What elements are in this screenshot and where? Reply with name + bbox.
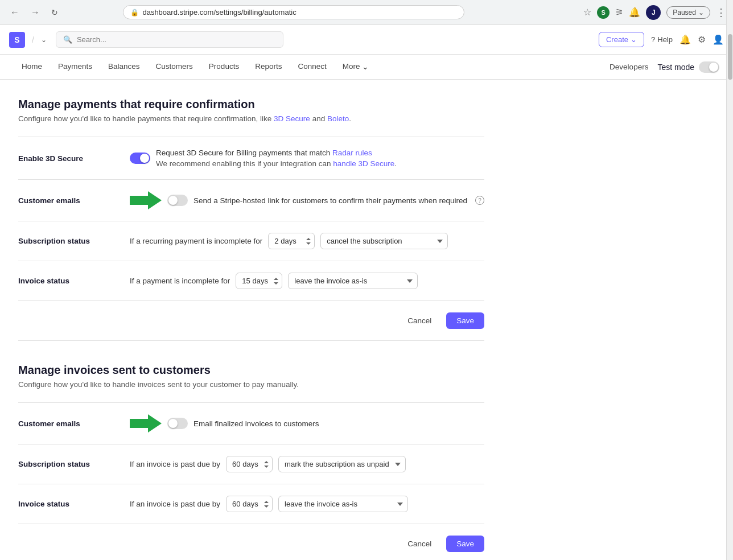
sidebar-item-connect[interactable]: Connect [290, 55, 334, 79]
chevron-down-icon: ⌄ [362, 62, 369, 71]
create-label: Create [606, 35, 628, 44]
section1-desc-between: and [310, 114, 327, 123]
action-select-sub-2[interactable]: cancel the subscription mark the subscri… [278, 456, 406, 472]
main-nav: Home Payments Balances Customers Product… [0, 55, 733, 80]
section2-title: Manage invoices sent to customers [18, 364, 484, 377]
developers-link[interactable]: Developers [610, 63, 648, 71]
paused-badge[interactable]: Paused ⌄ [666, 6, 710, 19]
test-mode-label: Test mode [657, 63, 694, 72]
row-text-3d-secure: Request 3D Secure for Billing payments t… [156, 149, 397, 157]
label-subscription-status-2: Subscription status [18, 460, 121, 468]
forward-button[interactable]: → [27, 5, 43, 20]
sidebar-item-customers[interactable]: Customers [148, 55, 201, 79]
control-subscription-status-1: If a recurring payment is incomplete for… [130, 233, 484, 249]
save-button-1[interactable]: Save [446, 312, 484, 329]
radar-rules-link[interactable]: Radar rules [332, 149, 372, 157]
toolbar-right: Create ⌄ ? Help 🔔 ⚙ 👤 [599, 32, 724, 47]
settings-gear-icon[interactable]: ⚙ [698, 34, 706, 45]
days-select-inv-2[interactable]: 30 days 60 days 90 days [226, 496, 273, 512]
days-select-inv-1[interactable]: 1 day 2 days 3 days 5 days 7 days 15 day… [236, 273, 282, 289]
green-arrow-icon-2 [130, 414, 162, 433]
main-content: Manage payments that require confirmatio… [0, 80, 503, 560]
bookmark-icon[interactable]: ☆ [583, 7, 591, 18]
user-icon[interactable]: 👤 [713, 34, 724, 45]
stripe-logo: S [9, 32, 25, 48]
info-icon-1[interactable]: ? [475, 196, 484, 205]
label-customer-emails-2: Customer emails [18, 419, 121, 428]
buttons-row-1: Cancel Save [18, 301, 484, 341]
3d-secure-link[interactable]: 3D Secure [274, 114, 310, 123]
sidebar-item-reports[interactable]: Reports [247, 55, 290, 79]
action-select-inv-1[interactable]: leave the invoice as-is mark the invoice… [288, 273, 418, 289]
row-subscription-status-1: Subscription status If a recurring payme… [18, 221, 484, 261]
notifications-bell-icon[interactable]: 🔔 [680, 34, 691, 45]
extension-icon[interactable]: S [597, 6, 610, 19]
text-prefix-inv-2: If an invoice is past due by [130, 500, 220, 508]
section1-desc-text: Configure how you'd like to handle payme… [18, 114, 274, 123]
search-input[interactable] [77, 35, 276, 44]
toggle-customer-emails-1[interactable] [167, 195, 188, 206]
account-dropdown[interactable]: ⌄ [41, 36, 47, 44]
text-customer-emails-1: Send a Stripe-hosted link for customers … [193, 196, 467, 205]
nav-items: Home Payments Balances Customers Product… [14, 55, 377, 79]
sidebar-item-home[interactable]: Home [14, 55, 50, 79]
chevron-down-icon: ⌄ [698, 9, 704, 17]
svg-marker-0 [130, 191, 162, 209]
cancel-button-2[interactable]: Cancel [400, 536, 439, 552]
help-button[interactable]: ? Help [651, 35, 673, 44]
section1-desc: Configure how you'd like to handle payme… [18, 114, 484, 123]
control-invoice-status-1: If a payment is incomplete for 1 day 2 d… [130, 273, 484, 289]
scrollbar-thumb[interactable] [728, 34, 732, 80]
nav-right: Developers Test mode [610, 61, 719, 73]
avatar-button[interactable]: J [646, 5, 661, 20]
create-button[interactable]: Create ⌄ [599, 32, 644, 47]
address-bar[interactable]: 🔒 dashboard.stripe.com/settings/billing/… [123, 5, 464, 19]
settings-table-2: Customer emails Email finalized invoices… [18, 402, 484, 524]
text-customer-emails-2: Email finalized invoices to customers [193, 419, 319, 428]
row-invoice-status-2: Invoice status If an invoice is past due… [18, 484, 484, 524]
sidebar-item-products[interactable]: Products [201, 55, 247, 79]
menu-dots-icon[interactable]: ⋮ [716, 6, 726, 19]
test-mode-switch[interactable] [699, 61, 719, 73]
url-text: dashboard.stripe.com/settings/billing/au… [142, 8, 296, 17]
sidebar-item-more[interactable]: More ⌄ [335, 55, 377, 79]
toolbar-left: S / ⌄ [9, 32, 47, 48]
row-subtext-3d-secure: We recommend enabling this if your integ… [156, 159, 397, 168]
sidebar-item-balances[interactable]: Balances [100, 55, 148, 79]
scrollbar[interactable] [726, 0, 733, 560]
svg-marker-1 [130, 414, 162, 433]
label-subscription-status-1: Subscription status [18, 237, 121, 245]
action-select-inv-2[interactable]: leave the invoice as-is mark the invoice… [278, 496, 408, 512]
cancel-button-1[interactable]: Cancel [400, 312, 439, 329]
boleto-link[interactable]: Boleto [327, 114, 349, 123]
test-mode-toggle: Test mode [657, 61, 719, 73]
green-arrow-container-2 [130, 414, 162, 433]
control-customer-emails-2: Email finalized invoices to customers [130, 414, 484, 433]
action-select-sub-1[interactable]: cancel the subscription mark the subscri… [320, 233, 448, 249]
row-subscription-status-2: Subscription status If an invoice is pas… [18, 444, 484, 484]
toggle-customer-emails-2[interactable] [167, 418, 188, 429]
sidebar-item-payments[interactable]: Payments [50, 55, 100, 79]
control-subscription-status-2: If an invoice is past due by 30 days 60 … [130, 456, 484, 472]
reload-button[interactable]: ↻ [48, 6, 61, 19]
back-button[interactable]: ← [7, 5, 23, 20]
label-3d-secure: Enable 3D Secure [18, 154, 121, 163]
help-label: Help [657, 35, 673, 44]
stripe-toolbar: S / ⌄ 🔍 Create ⌄ ? Help 🔔 ⚙ 👤 [0, 25, 733, 55]
search-icon: 🔍 [63, 35, 72, 44]
days-select-sub-1[interactable]: 1 day 2 days 3 days 5 days 7 days 15 day… [268, 233, 315, 249]
section1-title: Manage payments that require confirmatio… [18, 98, 484, 111]
search-bar[interactable]: 🔍 [56, 31, 283, 48]
toolbar-divider: / [32, 35, 34, 44]
extensions-icon[interactable]: ⚞ [615, 7, 623, 18]
label-customer-emails-1: Customer emails [18, 196, 121, 205]
buttons-row-2: Cancel Save [18, 524, 484, 560]
lock-icon: 🔒 [130, 9, 139, 17]
browser-bar: ← → ↻ 🔒 dashboard.stripe.com/settings/bi… [0, 0, 733, 25]
notifications-icon[interactable]: 🔔 [629, 7, 640, 18]
days-select-sub-2[interactable]: 30 days 60 days 90 days [226, 456, 273, 472]
save-button-2[interactable]: Save [446, 536, 484, 552]
handle-3d-secure-link[interactable]: handle 3D Secure [333, 159, 394, 168]
label-invoice-status-1: Invoice status [18, 277, 121, 285]
toggle-3d-secure[interactable] [130, 153, 150, 164]
